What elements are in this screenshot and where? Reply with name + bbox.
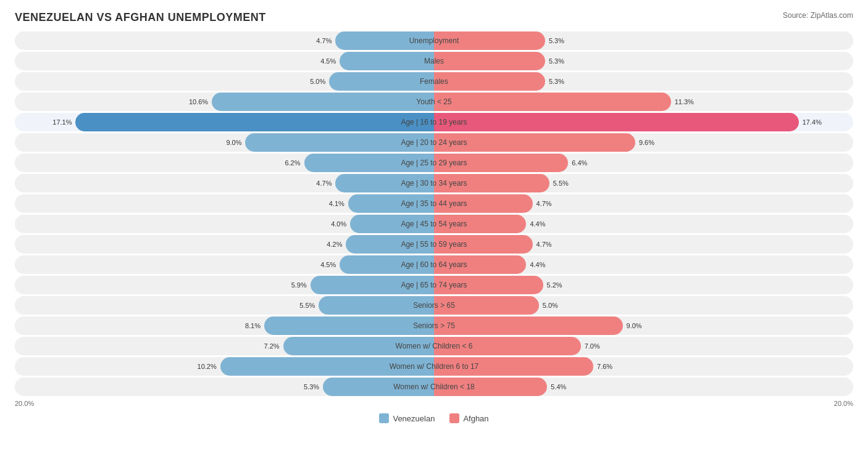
row-inner: Unemployment 4.7% 5.3% xyxy=(15,31,853,50)
bar-right xyxy=(434,276,543,294)
row-inner: Males 4.5% 5.3% xyxy=(15,52,853,70)
axis-row: 20.0% 20.0% xyxy=(15,400,853,407)
row-inner: Age | 65 to 74 years 5.9% 5.2% xyxy=(15,276,853,294)
bar-right xyxy=(434,133,635,152)
row-inner: Women w/ Children < 18 5.3% 5.4% xyxy=(15,378,853,396)
bar-right xyxy=(434,296,539,315)
bar-left xyxy=(346,235,434,254)
row-inner: Seniors > 65 5.5% 5.0% xyxy=(15,296,853,315)
chart-row: Age | 25 to 29 years 6.2% 6.4% xyxy=(15,154,853,172)
bar-right xyxy=(434,255,526,274)
val-left: 5.3% xyxy=(304,383,322,391)
val-right: 4.7% xyxy=(534,241,552,248)
val-right: 17.4% xyxy=(800,118,822,126)
chart-row: Youth < 25 10.6% 11.3% xyxy=(15,93,853,111)
chart-header: VENEZUELAN VS AFGHAN UNEMPLOYMENT Source… xyxy=(15,11,853,24)
bar-right xyxy=(434,174,549,192)
chart-row: Females 5.0% 5.3% xyxy=(15,72,853,91)
chart-row: Age | 20 to 24 years 9.0% 9.6% xyxy=(15,133,853,152)
bar-right xyxy=(434,52,545,70)
val-right: 5.5% xyxy=(551,180,569,187)
val-right: 4.4% xyxy=(527,261,545,268)
bar-right xyxy=(434,154,568,172)
chart-row: Women w/ Children < 18 5.3% 5.4% xyxy=(15,378,853,396)
chart-row: Women w/ Children < 6 7.2% 7.0% xyxy=(15,337,853,355)
chart-row: Age | 60 to 64 years 4.5% 4.4% xyxy=(15,255,853,274)
val-right: 11.3% xyxy=(672,98,694,105)
chart-container: VENEZUELAN VS AFGHAN UNEMPLOYMENT Source… xyxy=(0,0,868,434)
val-left: 7.2% xyxy=(264,342,282,350)
bar-left xyxy=(348,194,434,213)
bar-left xyxy=(340,255,434,274)
val-right: 7.6% xyxy=(595,363,612,370)
val-left: 5.9% xyxy=(291,281,309,289)
chart-row: Age | 35 to 44 years 4.1% 4.7% xyxy=(15,194,853,213)
chart-row: Age | 45 to 54 years 4.0% 4.4% xyxy=(15,215,853,233)
legend-venezuelan-box xyxy=(379,413,389,423)
row-inner: Age | 30 to 34 years 4.7% 5.5% xyxy=(15,174,853,192)
chart-area: Unemployment 4.7% 5.3% Males 4.5% 5.3% F… xyxy=(15,31,853,396)
bar-right xyxy=(434,93,671,111)
val-right: 4.7% xyxy=(534,200,552,207)
val-left: 4.5% xyxy=(320,261,338,268)
row-inner: Women w/ Children 6 to 17 10.2% 7.6% xyxy=(15,357,853,376)
row-inner: Youth < 25 10.6% 11.3% xyxy=(15,93,853,111)
bar-right xyxy=(434,337,581,355)
axis-right: 20.0% xyxy=(834,400,853,407)
bar-left xyxy=(283,337,434,355)
chart-row: Males 4.5% 5.3% xyxy=(15,52,853,70)
chart-row: Age | 30 to 34 years 4.7% 5.5% xyxy=(15,174,853,192)
legend: Venezuelan Afghan xyxy=(15,413,853,423)
val-right: 6.4% xyxy=(569,159,587,167)
row-inner: Women w/ Children < 6 7.2% 7.0% xyxy=(15,337,853,355)
val-left: 10.2% xyxy=(198,363,219,370)
row-inner: Age | 20 to 24 years 9.0% 9.6% xyxy=(15,133,853,152)
val-left: 10.6% xyxy=(189,98,211,105)
bar-left xyxy=(245,133,434,152)
row-inner: Age | 55 to 59 years 4.2% 4.7% xyxy=(15,235,853,254)
bar-right xyxy=(434,378,547,396)
val-right: 5.0% xyxy=(540,302,558,309)
row-inner: Females 5.0% 5.3% xyxy=(15,72,853,91)
bar-left xyxy=(319,296,434,315)
val-left: 4.7% xyxy=(316,37,334,44)
row-inner: Age | 25 to 29 years 6.2% 6.4% xyxy=(15,154,853,172)
bar-left xyxy=(340,52,434,70)
bar-right xyxy=(434,31,545,50)
chart-row: Seniors > 75 8.1% 9.0% xyxy=(15,316,853,335)
legend-venezuelan: Venezuelan xyxy=(379,413,435,423)
row-inner: Age | 35 to 44 years 4.1% 4.7% xyxy=(15,194,853,213)
chart-row: Age | 65 to 74 years 5.9% 5.2% xyxy=(15,276,853,294)
bar-left xyxy=(323,378,434,396)
bar-left xyxy=(75,113,434,131)
chart-row: Unemployment 4.7% 5.3% xyxy=(15,31,853,50)
bar-left xyxy=(212,93,434,111)
chart-row: Women w/ Children 6 to 17 10.2% 7.6% xyxy=(15,357,853,376)
bar-right xyxy=(434,357,593,376)
val-left: 5.5% xyxy=(299,302,317,309)
val-right: 9.6% xyxy=(636,139,654,146)
val-left: 9.0% xyxy=(226,139,244,146)
row-inner: Age | 16 to 19 years 17.1% 17.4% xyxy=(15,113,853,131)
bar-left xyxy=(304,154,434,172)
val-right: 5.4% xyxy=(548,383,566,391)
bar-left xyxy=(350,215,434,233)
chart-source: Source: ZipAtlas.com xyxy=(783,11,853,20)
val-left: 8.1% xyxy=(245,322,263,329)
bar-right xyxy=(434,316,623,335)
val-right: 9.0% xyxy=(624,322,642,329)
val-right: 5.3% xyxy=(546,78,564,85)
bar-right xyxy=(434,215,526,233)
row-inner: Age | 45 to 54 years 4.0% 4.4% xyxy=(15,215,853,233)
val-left: 4.2% xyxy=(327,241,344,248)
legend-afghan: Afghan xyxy=(449,413,488,423)
bar-left xyxy=(329,72,434,91)
chart-title: VENEZUELAN VS AFGHAN UNEMPLOYMENT xyxy=(15,11,266,24)
row-inner: Age | 60 to 64 years 4.5% 4.4% xyxy=(15,255,853,274)
legend-afghan-label: Afghan xyxy=(463,414,488,423)
val-left: 5.0% xyxy=(310,78,328,85)
val-left: 17.1% xyxy=(52,118,74,126)
chart-row: Age | 55 to 59 years 4.2% 4.7% xyxy=(15,235,853,254)
bar-left xyxy=(220,357,434,376)
val-right: 7.0% xyxy=(582,342,600,350)
